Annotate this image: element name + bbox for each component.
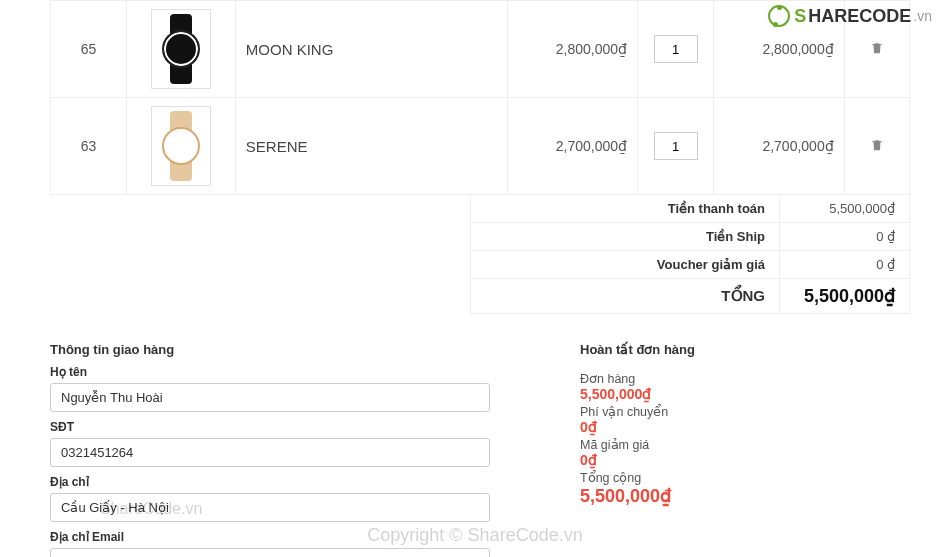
total-line-label: Tổng cộng [580,470,910,485]
qty-input[interactable] [654,132,698,160]
email-input[interactable] [50,548,490,557]
summary-label: TỔNG [471,279,780,314]
summary-value: 0 ₫ [780,251,910,279]
summary-pay: Tiền thanh toán 5,500,000₫ [471,195,910,223]
summary-ship: Tiền Ship 0 ₫ [471,223,910,251]
summary-voucher: Voucher giảm giá 0 ₫ [471,251,910,279]
trash-icon [870,139,884,155]
shipping-heading: Thông tin giao hàng [50,342,490,357]
row-qty [638,1,714,98]
cart-table: 65 MOON KING 2,800,000₫ 2,800,000₫ 63 [50,0,910,195]
shipping-form: Thông tin giao hàng Họ tên SĐT Địa chỉ Đ… [50,342,490,557]
watch-icon [161,111,201,181]
row-thumb [127,1,236,98]
order-summary: Hoàn tất đơn hàng Đơn hàng 5,500,000₫ Ph… [580,342,910,557]
row-delete[interactable] [844,1,909,98]
row-thumb [127,98,236,195]
row-name: MOON KING [235,1,507,98]
summary-total: TỔNG 5,500,000₫ [471,279,910,314]
total-amount: 5,500,000₫ [580,485,910,507]
voucher-amount: 0₫ [580,452,910,468]
voucher-line-label: Mã giảm giá [580,437,910,452]
summary-label: Voucher giảm giá [471,251,780,279]
watch-icon [161,14,201,84]
row-subtotal: 2,800,000₫ [714,1,844,98]
qty-input[interactable] [654,35,698,63]
addr-input[interactable] [50,493,490,522]
name-input[interactable] [50,383,490,412]
summary-label: Tiền Ship [471,223,780,251]
row-subtotal: 2,700,000₫ [714,98,844,195]
row-qty [638,98,714,195]
phone-input[interactable] [50,438,490,467]
name-label: Họ tên [50,365,490,379]
order-line-label: Đơn hàng [580,371,910,386]
order-heading: Hoàn tất đơn hàng [580,342,910,357]
summary-value: 0 ₫ [780,223,910,251]
phone-label: SĐT [50,420,490,434]
row-id: 65 [51,1,127,98]
summary-table: Tiền thanh toán 5,500,000₫ Tiền Ship 0 ₫… [470,194,910,314]
row-name: SERENE [235,98,507,195]
summary-value: 5,500,000₫ [780,279,910,314]
ship-line-label: Phí vận chuyển [580,404,910,419]
table-row: 63 SERENE 2,700,000₫ 2,700,000₫ [51,98,910,195]
row-price: 2,700,000₫ [507,98,637,195]
row-id: 63 [51,98,127,195]
summary-label: Tiền thanh toán [471,195,780,223]
email-label: Địa chỉ Email [50,530,490,544]
addr-label: Địa chỉ [50,475,490,489]
order-amount: 5,500,000₫ [580,386,910,402]
trash-icon [870,42,884,58]
table-row: 65 MOON KING 2,800,000₫ 2,800,000₫ [51,1,910,98]
row-price: 2,800,000₫ [507,1,637,98]
row-delete[interactable] [844,98,909,195]
ship-amount: 0₫ [580,419,910,435]
summary-value: 5,500,000₫ [780,195,910,223]
